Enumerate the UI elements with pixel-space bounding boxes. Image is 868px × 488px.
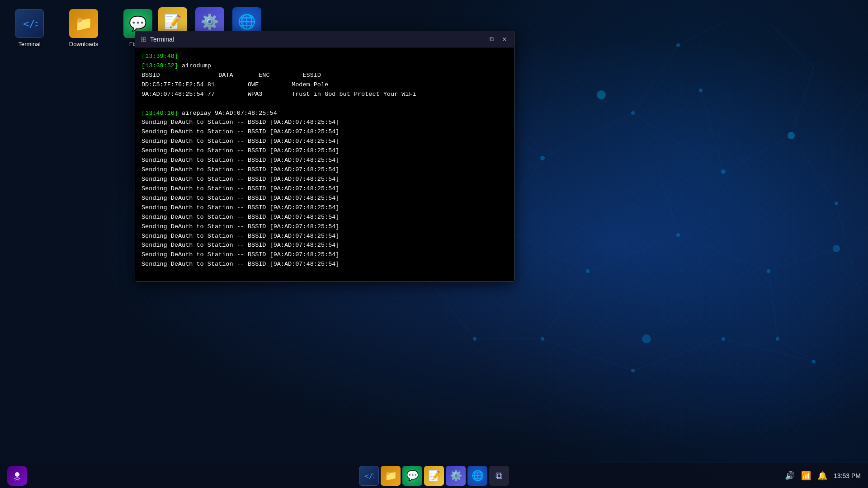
svg-point-33 bbox=[676, 233, 680, 237]
terminal-icon-label: Terminal bbox=[18, 41, 40, 47]
terminal-title-text: Terminal bbox=[150, 36, 174, 43]
taskbar-center-icons: </> 📁 💬 📝 ⚙️ 🌐 ⧉ bbox=[359, 466, 509, 486]
terminal-maximize-button[interactable]: ⧉ bbox=[488, 35, 496, 43]
terminal-line-blank bbox=[142, 99, 508, 109]
taskbar-browser-icon[interactable]: 🌐 bbox=[467, 466, 487, 486]
terminal-line-11: Sending DeAuth to Station -- BSSID [9A:A… bbox=[142, 156, 508, 165]
svg-point-30 bbox=[788, 132, 795, 139]
svg-line-10 bbox=[769, 249, 836, 271]
terminal-line-21: Sending DeAuth to Station -- BSSID [9A:A… bbox=[142, 250, 508, 260]
taskbar: </> 📁 💬 📝 ⚙️ 🌐 ⧉ 🔊 📶 🔔 13:53 PM bbox=[0, 463, 868, 488]
svg-point-43 bbox=[699, 89, 703, 92]
svg-point-29 bbox=[721, 169, 726, 174]
terminal-line-9: Sending DeAuth to Station -- BSSID [9A:A… bbox=[142, 137, 508, 146]
svg-point-44 bbox=[776, 337, 779, 341]
svg-point-37 bbox=[722, 337, 725, 341]
podcast-icon[interactable] bbox=[7, 466, 27, 486]
terminal-line-20: Sending DeAuth to Station -- BSSID [9A:A… bbox=[142, 241, 508, 250]
svg-line-25 bbox=[769, 23, 814, 68]
svg-line-9 bbox=[678, 235, 769, 271]
svg-line-1 bbox=[542, 113, 633, 158]
svg-line-8 bbox=[588, 235, 678, 271]
svg-point-27 bbox=[540, 156, 545, 160]
svg-line-14 bbox=[723, 339, 814, 361]
terminal-line-18: Sending DeAuth to Station -- BSSID [9A:A… bbox=[142, 222, 508, 232]
svg-point-35 bbox=[541, 337, 544, 341]
terminal-close-button[interactable]: ✕ bbox=[500, 35, 509, 43]
terminal-line-3: BSSID DATA ENC ESSID bbox=[142, 71, 508, 80]
svg-point-41 bbox=[473, 337, 476, 341]
terminal-line-16: Sending DeAuth to Station -- BSSID [9A:A… bbox=[142, 203, 508, 213]
terminal-minimize-button[interactable]: — bbox=[475, 35, 483, 43]
svg-line-26 bbox=[678, 23, 723, 45]
terminal-window: ⊞ Terminal — ⧉ ✕ [13:39:48] [13:39:52] a… bbox=[135, 31, 514, 282]
terminal-line-22: Sending DeAuth to Station -- BSSID [9A:A… bbox=[142, 260, 508, 269]
svg-line-22 bbox=[778, 339, 814, 361]
taskbar-multiview-icon[interactable]: ⧉ bbox=[489, 466, 509, 486]
signal-icon[interactable]: 📶 bbox=[801, 471, 811, 481]
svg-point-34 bbox=[767, 269, 770, 273]
taskbar-left bbox=[7, 466, 27, 486]
terminal-line-4: DD:C5:7F:76:E2:54 81 OWE Modem Pole bbox=[142, 80, 508, 90]
taskbar-notes-icon[interactable]: 📝 bbox=[424, 466, 444, 486]
svg-line-21 bbox=[769, 271, 778, 339]
taskbar-terminal-icon[interactable]: </> bbox=[359, 466, 379, 486]
svg-point-38 bbox=[812, 360, 816, 363]
svg-line-12 bbox=[542, 339, 633, 371]
terminal-line-5: 9A:AD:07:48:25:54 77 WPA3 Trust in God b… bbox=[142, 90, 508, 99]
svg-line-18 bbox=[429, 280, 475, 339]
taskbar-time: 13:53 PM bbox=[834, 472, 861, 479]
svg-point-42 bbox=[676, 43, 680, 47]
taskbar-settings-icon[interactable]: ⚙️ bbox=[446, 466, 466, 486]
terminal-line-8: Sending DeAuth to Station -- BSSID [9A:A… bbox=[142, 127, 508, 137]
terminal-title-area: ⊞ Terminal bbox=[141, 35, 174, 43]
taskbar-system-tray: 🔊 📶 🔔 13:53 PM bbox=[785, 471, 861, 481]
terminal-line-14: Sending DeAuth to Station -- BSSID [9A:A… bbox=[142, 184, 508, 194]
svg-line-11 bbox=[542, 271, 588, 339]
terminal-line-7: Sending DeAuth to Station -- BSSID [9A:A… bbox=[142, 118, 508, 127]
svg-point-49 bbox=[15, 472, 19, 477]
desktop-icon-terminal[interactable]: </> Terminal bbox=[9, 9, 50, 47]
notification-icon[interactable]: 🔔 bbox=[817, 471, 827, 481]
svg-text:</>: </> bbox=[364, 472, 374, 480]
svg-line-13 bbox=[633, 339, 723, 371]
svg-line-4 bbox=[791, 136, 836, 203]
downloads-desktop-icon: 📁 bbox=[69, 9, 98, 38]
terminal-line-2: [13:39:52] airodump bbox=[142, 61, 508, 71]
svg-point-46 bbox=[833, 245, 840, 252]
terminal-line-19: Sending DeAuth to Station -- BSSID [9A:A… bbox=[142, 232, 508, 241]
taskbar-downloads-icon[interactable]: 📁 bbox=[381, 466, 401, 486]
terminal-line-1: [13:39:48] bbox=[142, 52, 508, 61]
svg-point-32 bbox=[586, 269, 590, 273]
terminal-line-12: Sending DeAuth to Station -- BSSID [9A:A… bbox=[142, 165, 508, 175]
svg-line-5 bbox=[633, 45, 678, 113]
terminal-line-6: [13:40:16] aireplay 9A:AD:07:48:25:54 bbox=[142, 109, 508, 118]
svg-line-3 bbox=[723, 136, 791, 172]
volume-icon[interactable]: 🔊 bbox=[785, 471, 795, 481]
svg-line-2 bbox=[633, 113, 723, 172]
terminal-line-13: Sending DeAuth to Station -- BSSID [9A:A… bbox=[142, 175, 508, 184]
terminal-prompt-icon: ⊞ bbox=[141, 35, 146, 43]
taskbar-chat-icon[interactable]: 💬 bbox=[402, 466, 422, 486]
terminal-desktop-icon: </> bbox=[15, 9, 44, 38]
svg-text:</>: </> bbox=[23, 18, 38, 29]
terminal-controls: — ⧉ ✕ bbox=[475, 35, 509, 43]
terminal-titlebar: ⊞ Terminal — ⧉ ✕ bbox=[135, 31, 514, 47]
downloads-icon-label: Downloads bbox=[69, 41, 98, 47]
svg-point-39 bbox=[835, 202, 838, 205]
svg-point-45 bbox=[597, 90, 606, 99]
terminal-line-15: Sending DeAuth to Station -- BSSID [9A:A… bbox=[142, 194, 508, 203]
desktop-icon-downloads[interactable]: 📁 Downloads bbox=[63, 9, 104, 47]
svg-line-20 bbox=[701, 90, 723, 172]
terminal-body[interactable]: [13:39:48] [13:39:52] airodump BSSID DAT… bbox=[135, 47, 514, 281]
svg-line-23 bbox=[836, 90, 868, 136]
svg-point-36 bbox=[631, 369, 635, 372]
terminal-line-10: Sending DeAuth to Station -- BSSID [9A:A… bbox=[142, 146, 508, 156]
svg-line-24 bbox=[791, 68, 814, 136]
svg-point-28 bbox=[631, 111, 635, 115]
terminal-line-17: Sending DeAuth to Station -- BSSID [9A:A… bbox=[142, 213, 508, 222]
svg-line-15 bbox=[656, 158, 678, 235]
svg-point-47 bbox=[642, 334, 651, 343]
